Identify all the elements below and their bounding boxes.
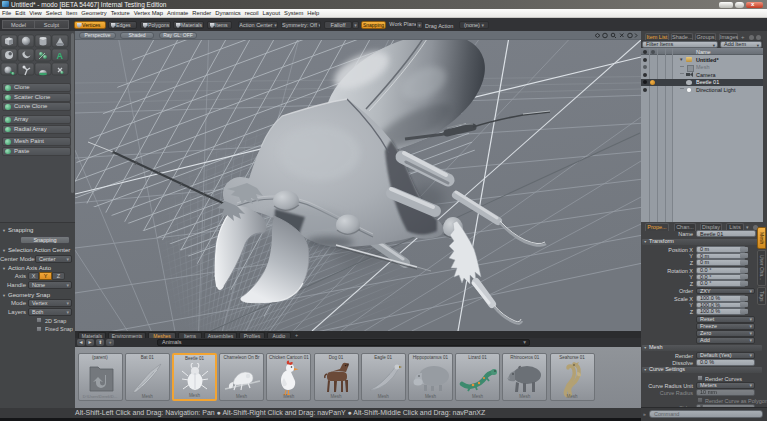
svg-text:A: A (57, 51, 64, 61)
